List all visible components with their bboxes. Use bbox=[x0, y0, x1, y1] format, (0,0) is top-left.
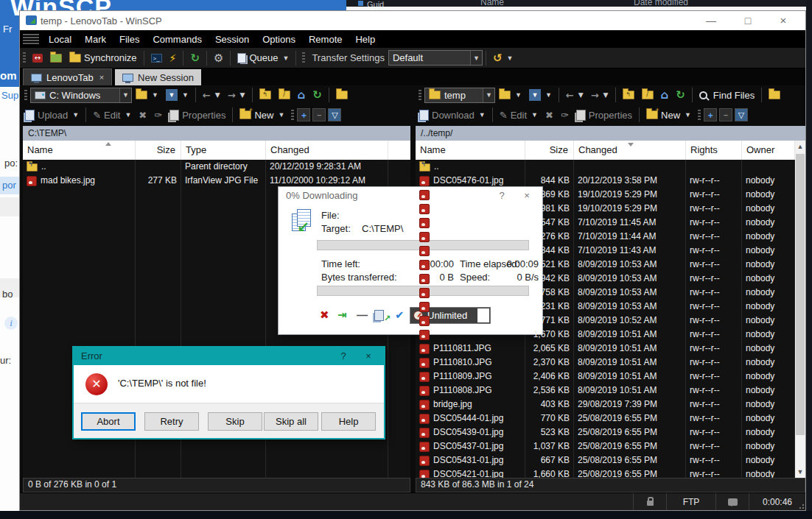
file-row[interactable]: ..Parent directory20/12/2019 9:28:31 AM bbox=[23, 160, 410, 174]
left-back-button[interactable]: ←▼ bbox=[199, 86, 224, 104]
right-rename-button[interactable]: ✑ bbox=[557, 106, 573, 124]
move-to-queue-icon[interactable]: ↗ bbox=[374, 310, 391, 323]
toolbar-grip[interactable] bbox=[419, 90, 421, 101]
right-open-directory-button[interactable]: ▼ bbox=[495, 86, 525, 104]
right-properties-button[interactable]: Properties bbox=[573, 106, 636, 124]
scroll-up-icon[interactable]: ▲ bbox=[795, 141, 805, 152]
right-delete-button[interactable]: ✖ bbox=[542, 106, 557, 124]
commands-button[interactable]: ⚡ bbox=[166, 49, 181, 67]
left-forward-button[interactable]: →▼ bbox=[224, 86, 249, 104]
file-row[interactable]: 942 KB8/09/2019 10:53 AMrw-r--r--nobody bbox=[416, 272, 795, 286]
abort-button[interactable]: Abort bbox=[81, 412, 136, 431]
refresh-button[interactable]: ↻ bbox=[186, 49, 203, 67]
file-row[interactable]: 771 KB8/09/2019 10:52 AMrw-r--r--nobody bbox=[416, 314, 795, 328]
left-copy-path-button[interactable] bbox=[332, 86, 351, 104]
left-select-button[interactable]: ＋ bbox=[297, 108, 310, 121]
file-row[interactable]: mad bikes.jpg277 KBIrfanView JPG File11/… bbox=[23, 174, 410, 188]
left-open-directory-button[interactable]: ▼ bbox=[132, 86, 162, 104]
file-row[interactable]: DSC05421-01.jpg1,660 KB25/08/2019 6:55 P… bbox=[416, 467, 795, 478]
column-header-rights[interactable]: Rights bbox=[686, 141, 742, 160]
right-list-scrollbar[interactable]: ▲ ▼ bbox=[795, 141, 805, 478]
download-button[interactable]: Download ▼ bbox=[416, 106, 489, 124]
column-header-name[interactable]: Name bbox=[416, 141, 525, 160]
skip-file-icon[interactable]: ⇥ bbox=[337, 308, 347, 322]
session-log-cell[interactable] bbox=[715, 493, 749, 510]
right-selection-filter-button[interactable]: ▽ bbox=[735, 108, 748, 121]
console-button[interactable]: >_ bbox=[147, 49, 166, 67]
right-home-directory-button[interactable]: ⌂ bbox=[657, 86, 673, 104]
chevron-down-icon[interactable]: ▼ bbox=[483, 88, 494, 102]
left-root-directory-button[interactable]: / bbox=[275, 86, 294, 104]
scroll-down-icon[interactable]: ▼ bbox=[795, 466, 805, 478]
right-path-bar[interactable]: /../temp/ bbox=[416, 126, 805, 141]
transfer-settings-combo[interactable]: Default ▼ bbox=[388, 50, 483, 66]
file-row[interactable]: 547 KB7/10/2019 11:45 AMrw-r--r--nobody bbox=[416, 216, 795, 230]
right-unselect-button[interactable]: － bbox=[719, 108, 732, 121]
menubar-grip[interactable] bbox=[23, 34, 39, 45]
file-row[interactable]: 844 KB7/10/2019 11:43 AMrw-r--r--nobody bbox=[416, 244, 795, 258]
menu-session[interactable]: Session bbox=[209, 34, 256, 45]
right-directory-combo[interactable]: temp ▼ bbox=[424, 88, 495, 103]
file-row[interactable]: P1110809.JPG2,406 KB8/09/2019 10:51 AMrw… bbox=[416, 370, 795, 384]
background-link-fragment[interactable]: Sup bbox=[1, 90, 18, 101]
right-select-button[interactable]: ＋ bbox=[704, 108, 717, 121]
ok-check-icon[interactable]: ✔ bbox=[395, 308, 405, 322]
scrollbar-thumb[interactable] bbox=[796, 154, 805, 435]
right-root-directory-button[interactable]: / bbox=[638, 86, 657, 104]
menu-local[interactable]: Local bbox=[42, 34, 78, 45]
right-edit-button[interactable]: ✎ Edit ▼ bbox=[496, 106, 542, 124]
left-home-directory-button[interactable]: ⌂ bbox=[294, 86, 309, 104]
column-header-size[interactable]: Size bbox=[525, 141, 574, 160]
background-link-fragment[interactable]: por bbox=[2, 180, 16, 191]
tab-new-session[interactable]: New Session bbox=[115, 69, 201, 85]
right-parent-directory-button[interactable]: ↰ bbox=[619, 86, 638, 104]
compare-dirs-button[interactable] bbox=[46, 49, 66, 67]
help-button[interactable]: Help bbox=[321, 412, 376, 431]
file-row[interactable]: 981 KB19/10/2019 5:29 PMrw-r--r--nobody bbox=[416, 202, 795, 216]
column-header-changed[interactable]: Changed bbox=[266, 141, 388, 160]
queue-button[interactable]: Queue ▼ bbox=[234, 49, 293, 67]
toolbar-grip[interactable] bbox=[23, 52, 26, 63]
left-rename-button[interactable]: ✑ bbox=[150, 106, 166, 124]
file-row[interactable]: 1,670 KB8/09/2019 10:51 AMrw-r--r--nobod… bbox=[416, 328, 795, 342]
column-header-name[interactable]: Name bbox=[23, 141, 136, 160]
file-row[interactable]: DSC05437-01.jpg1,037 KB25/08/2019 6:55 P… bbox=[416, 439, 795, 453]
column-header-type[interactable]: Type bbox=[181, 141, 266, 160]
synchronize-button[interactable]: Synchronize bbox=[66, 49, 141, 67]
skip-button[interactable]: Skip bbox=[208, 412, 262, 431]
left-new-button[interactable]: New ▼ bbox=[236, 106, 288, 124]
maximize-button[interactable]: □ bbox=[736, 13, 760, 28]
file-row[interactable]: bridge.jpg403 KB29/08/2019 7:39 PMrw-r--… bbox=[416, 398, 795, 412]
file-row[interactable]: .. bbox=[416, 160, 795, 174]
file-row[interactable]: 231 KB8/09/2019 10:53 AMrw-r--r--nobody bbox=[416, 300, 795, 314]
window-titlebar[interactable]: temp - LenovoTab - WinSCP — □ × bbox=[20, 11, 805, 30]
left-drive-combo[interactable]: C: Windows ▼ bbox=[30, 88, 132, 103]
file-row[interactable]: DSC05476-01.jpg844 KB20/12/2019 3:58 PMr… bbox=[416, 174, 795, 188]
chevron-down-icon[interactable]: ▼ bbox=[119, 88, 131, 102]
upload-button[interactable]: Upload ▼ bbox=[21, 106, 83, 124]
menu-files[interactable]: Files bbox=[113, 34, 146, 45]
sync-panels-button[interactable]: ↔ bbox=[29, 49, 46, 67]
file-row[interactable]: DSC05439-01.jpg523 KB25/08/2019 6:55 PMr… bbox=[416, 426, 795, 439]
close-button[interactable]: × bbox=[771, 13, 795, 28]
right-forward-button[interactable]: →▼ bbox=[587, 86, 612, 104]
encryption-cell[interactable] bbox=[633, 493, 666, 510]
file-row[interactable]: 758 KB8/09/2019 10:53 AMrw-r--r--nobody bbox=[416, 286, 795, 300]
file-row[interactable]: 869 KB19/10/2019 5:29 PMrw-r--r--nobody bbox=[416, 188, 795, 202]
file-row[interactable]: P1110808.JPG2,536 KB8/09/2019 10:51 AMrw… bbox=[416, 384, 795, 398]
left-parent-directory-button[interactable]: ↰ bbox=[256, 86, 275, 104]
file-row[interactable]: 521 KB8/09/2019 10:53 AMrw-r--r--nobody bbox=[416, 258, 795, 272]
tab-close-icon[interactable]: × bbox=[99, 73, 104, 82]
cancel-transfer-icon[interactable]: ✖ bbox=[320, 308, 329, 322]
right-back-button[interactable]: ←▼ bbox=[562, 86, 587, 104]
file-row[interactable]: DSC05431-01.jpg667 KB25/08/2019 6:55 PMr… bbox=[416, 453, 795, 467]
right-new-button[interactable]: New ▼ bbox=[643, 106, 695, 124]
protocol-cell[interactable]: FTP bbox=[666, 493, 715, 510]
left-filter-button[interactable]: ▼▼ bbox=[162, 86, 192, 104]
retry-button[interactable]: Retry bbox=[144, 412, 199, 431]
toolbar-grip[interactable] bbox=[291, 110, 294, 121]
left-refresh-button[interactable]: ↻ bbox=[309, 86, 326, 104]
menu-remote[interactable]: Remote bbox=[302, 34, 349, 45]
help-icon[interactable]: ? bbox=[332, 347, 354, 365]
close-icon[interactable]: × bbox=[357, 347, 379, 365]
